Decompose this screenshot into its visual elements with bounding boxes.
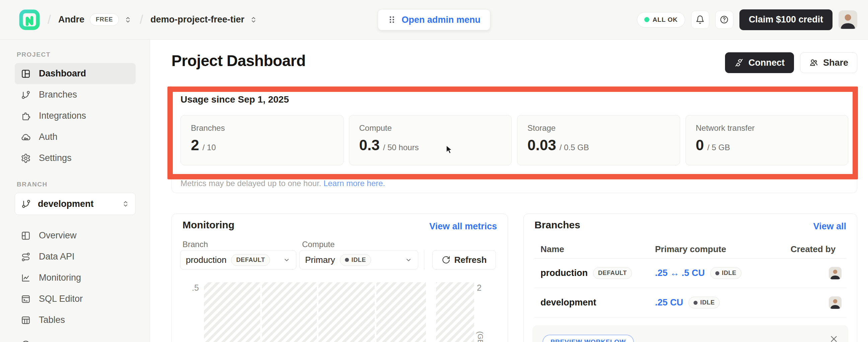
usage-note: Metrics may be delayed up to one hour. L… xyxy=(181,179,385,188)
status-label: ALL OK xyxy=(653,16,678,24)
git-branch-icon xyxy=(21,90,31,100)
topbar-actions: ALL OK Claim $100 credit xyxy=(637,9,857,30)
chart-placeholder xyxy=(204,282,474,342)
idle-badge: IDLE xyxy=(340,254,371,266)
claim-credit-button[interactable]: Claim $100 credit xyxy=(739,9,833,30)
default-badge: DEFAULT xyxy=(593,267,632,279)
usage-card-network: Network transfer 0 / 5 GB xyxy=(685,115,848,165)
sidebar-item-label: Auth xyxy=(39,132,58,142)
git-branch-icon xyxy=(21,199,31,209)
avatar-image xyxy=(839,11,857,29)
chart-gridline xyxy=(317,282,318,342)
usage-section: Usage since Sep 1, 2025 Branches 2 / 10 … xyxy=(172,90,857,193)
sidebar-item-label: Branches xyxy=(39,89,77,100)
idle-label: IDLE xyxy=(700,299,715,306)
branch-selector-value: development xyxy=(38,199,94,209)
usage-card-value: 2 xyxy=(191,137,199,153)
sidebar-item-partial[interactable] xyxy=(15,331,135,342)
gear-icon xyxy=(21,153,31,163)
usage-card-branches: Branches 2 / 10 xyxy=(181,115,344,165)
people-icon xyxy=(809,58,818,67)
branches-panel: Branches View all Name Primary compute C… xyxy=(523,213,857,342)
y-axis-unit-label: (GB) xyxy=(476,331,485,342)
column-primary-compute: Primary compute xyxy=(655,244,780,255)
sidebar-item-dashboard[interactable]: Dashboard xyxy=(15,63,135,84)
topbar: / Andre FREE / demo-project-free-tier Op… xyxy=(0,0,868,39)
sidebar-item-integrations[interactable]: Integrations xyxy=(15,105,135,126)
usage-card-limit: / 0.5 GB xyxy=(560,143,589,152)
breadcrumb-separator: / xyxy=(48,13,51,27)
org-name[interactable]: Andre xyxy=(58,15,84,25)
question-circle-icon xyxy=(720,15,729,24)
sidebar-item-label: Tables xyxy=(39,315,65,325)
sidebar-item-auth[interactable]: Auth xyxy=(15,126,135,147)
notifications-button[interactable] xyxy=(691,11,709,29)
creator-avatar xyxy=(829,267,841,280)
neon-console: / Andre FREE / demo-project-free-tier Op… xyxy=(0,0,868,342)
sidebar-item-settings[interactable]: Settings xyxy=(15,147,135,169)
usage-card-label: Storage xyxy=(527,123,670,133)
connect-button[interactable]: Connect xyxy=(725,52,794,73)
plan-badge: FREE xyxy=(90,13,119,26)
sidebar-item-sql-editor[interactable]: SQL Editor xyxy=(15,288,135,310)
sidebar-item-label: Overview xyxy=(39,230,77,241)
status-ok-dot xyxy=(644,17,649,22)
sql-editor-icon xyxy=(21,294,31,304)
sidebar-item-label: Data API xyxy=(39,252,75,262)
admin-menu-label: Open admin menu xyxy=(402,15,480,25)
chart-gridline xyxy=(375,282,376,342)
view-all-branches-link[interactable]: View all xyxy=(813,221,846,232)
sidebar-item-branches[interactable]: Branches xyxy=(15,84,135,105)
bell-icon xyxy=(695,15,705,24)
page-title: Project Dashboard xyxy=(172,52,306,70)
compute-dropdown[interactable]: Primary IDLE xyxy=(299,250,418,269)
neon-logo-icon[interactable] xyxy=(19,9,40,30)
sidebar-item-tables[interactable]: Tables xyxy=(15,310,135,331)
y-axis-tick-left: .5 xyxy=(192,283,199,293)
preview-workflow-badge: PREVIEW WORKFLOW xyxy=(542,335,634,342)
mouse-cursor xyxy=(444,144,455,155)
branch-row-development[interactable]: development .25 CU IDLE xyxy=(534,288,846,317)
idle-dot xyxy=(715,271,719,275)
usage-note-link[interactable]: Learn more here. xyxy=(323,179,385,188)
sidebar-item-label: Monitoring xyxy=(39,273,81,283)
help-button[interactable] xyxy=(715,11,733,29)
creator-avatar xyxy=(829,296,841,309)
refresh-button[interactable]: Refresh xyxy=(432,250,496,269)
branch-dropdown[interactable]: production DEFAULT xyxy=(180,250,297,269)
idle-badge: IDLE xyxy=(688,297,720,309)
monitoring-heading: Monitoring xyxy=(183,219,235,231)
puzzle-icon xyxy=(21,111,31,121)
chart-gridline xyxy=(260,282,262,342)
refresh-icon xyxy=(442,256,451,264)
sidebar-item-label: Settings xyxy=(39,153,72,163)
branch-selector[interactable]: development xyxy=(15,193,135,215)
usage-card-value: 0 xyxy=(696,137,704,153)
chart-gridgap xyxy=(426,282,436,342)
org-switcher-icon[interactable] xyxy=(124,16,132,24)
status-badge[interactable]: ALL OK xyxy=(637,12,685,28)
sidebar-item-monitoring[interactable]: Monitoring xyxy=(15,267,135,288)
branch-name: development xyxy=(540,297,596,308)
compute-size-link[interactable]: .25 ↔ .5 CU xyxy=(655,268,705,278)
usage-card-limit: / 5 GB xyxy=(707,143,730,152)
sidebar-section-project: PROJECT xyxy=(17,51,135,58)
dashboard-icon xyxy=(21,69,31,79)
claim-credit-label: Claim $100 credit xyxy=(749,15,823,25)
usage-card-label: Network transfer xyxy=(696,123,838,133)
open-admin-menu-button[interactable]: Open admin menu xyxy=(378,9,490,30)
usage-card-label: Compute xyxy=(359,123,502,133)
view-all-metrics-link[interactable]: View all metrics xyxy=(429,221,497,232)
project-switcher-icon[interactable] xyxy=(249,16,258,24)
connect-label: Connect xyxy=(748,58,785,68)
user-avatar[interactable] xyxy=(839,10,857,29)
sidebar-item-overview[interactable]: Overview xyxy=(15,225,135,246)
sidebar-item-data-api[interactable]: Data API xyxy=(15,246,135,267)
usage-card-limit: / 10 xyxy=(202,143,216,152)
share-button[interactable]: Share xyxy=(800,52,857,73)
usage-card-value: 0.3 xyxy=(359,137,380,153)
close-icon[interactable] xyxy=(829,334,839,342)
compute-size-link[interactable]: .25 CU xyxy=(655,297,683,308)
project-name[interactable]: demo-project-free-tier xyxy=(150,15,244,25)
branch-row-production[interactable]: production DEFAULT .25 ↔ .5 CU IDLE xyxy=(534,258,846,288)
